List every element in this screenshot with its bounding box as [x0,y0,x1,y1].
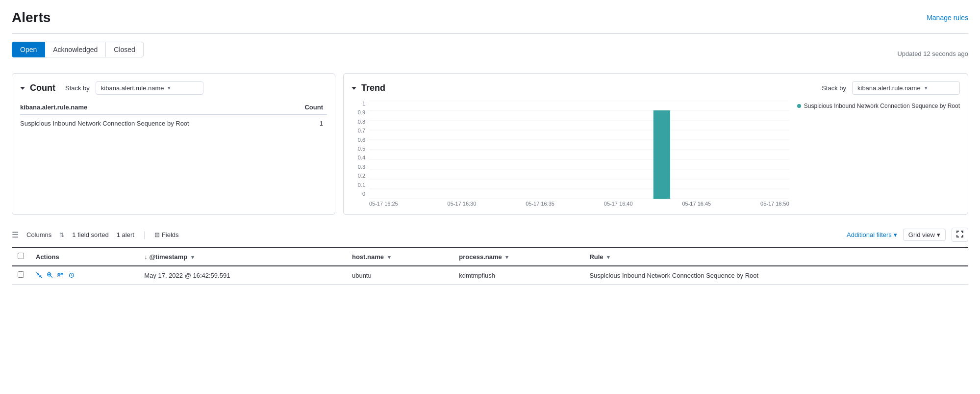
y-axis-label: 0.8 [358,119,365,125]
row-actions [30,266,138,285]
y-axis-label: 0.6 [358,137,365,143]
data-table: Actions ↓ @timestamp ▾ host.name ▾ proce… [12,248,968,285]
count-stack-by-select[interactable]: kibana.alert.rule.name ▾ [96,81,203,95]
col-actions: Actions [30,248,138,266]
timestamp-sort-icon: ▾ [191,254,194,260]
trend-stack-by-label: Stack by [822,84,846,92]
more-actions-icon[interactable] [57,272,64,279]
row-process: kdmtmpflush [453,266,583,285]
x-axis-label: 05-17 16:25 [369,201,398,207]
trend-select-chevron-icon: ▾ [925,85,955,91]
tab-closed[interactable]: Closed [105,42,144,57]
y-axis: 10.90.80.70.60.50.40.30.20.10 [352,101,369,207]
additional-filters-button[interactable]: Additional filters ▾ [847,231,897,238]
count-collapse-icon[interactable] [20,87,25,90]
row-hostname: ubuntu [346,266,453,285]
col-rule[interactable]: Rule ▾ [583,248,968,266]
investigate-icon[interactable] [47,272,53,279]
y-axis-label: 0.9 [358,109,365,115]
x-axis-label: 05-17 16:45 [682,201,711,207]
row-rule: Suspicious Inbound Network Connection Se… [583,266,968,285]
process-sort-icon: ▾ [505,254,508,260]
tab-bar: Open Acknowledged Closed [12,42,143,57]
y-axis-label: 0.2 [358,173,365,179]
x-axis-label: 05-17 16:30 [448,201,477,207]
col-hostname[interactable]: host.name ▾ [346,248,453,266]
y-axis-label: 0.5 [358,146,365,152]
sort-down-icon: ↓ [144,253,148,261]
x-axis-label: 05-17 16:40 [604,201,633,207]
fields-button[interactable]: ⊟ Fields [154,231,179,238]
hostname-sort-icon: ▾ [388,254,391,260]
count-stack-by-label: Stack by [65,84,90,92]
expand-icon[interactable] [36,272,43,279]
trend-legend: Suspicious Inbound Network Connection Se… [797,101,960,207]
y-axis-label: 0.3 [358,164,365,170]
updated-status: Updated 12 seconds ago [897,50,968,57]
count-title: Count [20,83,55,93]
fields-icon: ⊟ [154,231,160,238]
trend-card: Trend Stack by kibana.alert.rule.name ▾ … [343,73,968,215]
y-axis-label: 0.7 [358,128,365,133]
x-axis: 05-17 16:2505-17 16:3005-17 16:3505-17 1… [369,199,789,207]
col-process[interactable]: process.name ▾ [453,248,583,266]
columns-label[interactable]: Columns [26,231,51,238]
count-table: kibana.alert.rule.name Count Suspicious … [20,101,327,132]
legend-dot [797,104,801,108]
toolbar-divider [144,231,145,239]
select-all-header [12,248,30,266]
fullscreen-button[interactable] [952,228,968,242]
col-timestamp[interactable]: ↓ @timestamp ▾ [138,248,346,266]
sort-label: 1 field sorted [72,231,108,238]
select-all-checkbox[interactable] [18,253,24,259]
count-col-name: kibana.alert.rule.name [20,101,292,114]
count-row-value: 1 [292,114,327,132]
svg-rect-13 [58,274,60,275]
alert-count: 1 alert [117,231,134,238]
columns-icon: ☰ [12,230,19,239]
y-axis-label: 1 [362,101,365,106]
x-axis-label: 05-17 16:35 [526,201,554,207]
svg-rect-14 [61,274,63,275]
y-axis-label: 0 [362,191,365,197]
y-axis-label: 0.4 [358,155,365,160]
trend-collapse-icon[interactable] [352,87,356,90]
legend-item: Suspicious Inbound Network Connection Se… [797,103,960,109]
row-checkbox-cell [12,266,30,285]
y-axis-label: 0.1 [358,182,365,188]
count-row-name: Suspicious Inbound Network Connection Se… [20,114,292,132]
count-col-count: Count [292,101,327,114]
row-timestamp: May 17, 2022 @ 16:42:59.591 [138,266,346,285]
svg-rect-15 [58,276,60,277]
svg-rect-11 [653,110,670,199]
header-divider [12,33,968,34]
page-title: Alerts [12,10,50,26]
tab-open[interactable]: Open [12,42,45,57]
rule-sort-icon: ▾ [607,254,610,260]
manage-rules-link[interactable]: Manage rules [927,14,968,22]
trend-title: Trend [352,83,385,93]
chart-body: 05-17 16:2505-17 16:3005-17 16:3505-17 1… [369,101,789,207]
count-table-row: Suspicious Inbound Network Connection Se… [20,114,327,132]
grid-view-button[interactable]: Grid view ▾ [903,229,946,241]
tab-acknowledged[interactable]: Acknowledged [45,42,106,57]
fullscreen-icon [956,230,964,238]
trend-stack-by-select[interactable]: kibana.alert.rule.name ▾ [852,81,960,95]
count-card: Count Stack by kibana.alert.rule.name ▾ … [12,73,335,215]
grid-view-chevron-icon: ▾ [937,231,940,238]
toolbar: ☰ Columns ⇅ 1 field sorted 1 alert ⊟ Fie… [12,223,968,248]
row-checkbox[interactable] [18,271,24,278]
osquery-icon[interactable] [68,272,75,279]
trend-chart-area: 10.90.80.70.60.50.40.30.20.10 [352,101,960,207]
sort-icon: ⇅ [59,232,64,238]
count-select-chevron-icon: ▾ [168,85,198,91]
additional-filters-chevron-icon: ▾ [894,231,897,238]
x-axis-label: 05-17 16:50 [760,201,789,207]
table-row: May 17, 2022 @ 16:42:59.591 ubuntu kdmtm… [12,266,968,285]
